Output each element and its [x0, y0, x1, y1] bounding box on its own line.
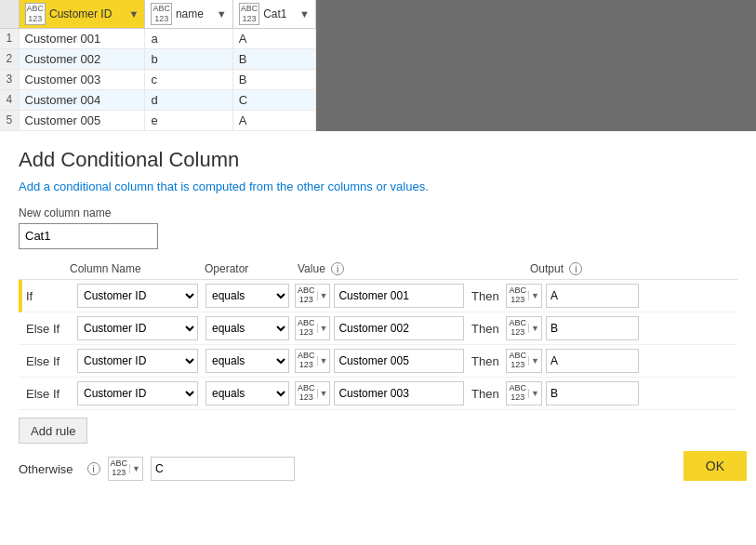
rule-row: If Customer ID Customer name Cat1 equals… — [19, 280, 737, 312]
header-operator: Operator — [205, 262, 298, 275]
customer-id-cell: Customer 003 — [19, 69, 145, 89]
rule-label-2: Else If — [26, 354, 77, 368]
type-icon-abc123: ABC123 — [25, 3, 46, 25]
col-header-name-label: name — [176, 7, 204, 20]
rules-container: If Customer ID Customer name Cat1 equals… — [19, 280, 737, 410]
dialog-footer: OK — [683, 451, 747, 481]
rules-section: Column Name Operator Value i Output i If… — [19, 262, 737, 411]
rule-label-1: Else If — [26, 322, 77, 336]
name-cell: a — [145, 28, 232, 48]
name-cell: c — [145, 69, 232, 89]
rule-col-select-0[interactable]: Customer ID Customer name Cat1 — [77, 284, 198, 308]
value-type-badge-0[interactable]: ABC123 ▼ — [295, 284, 330, 308]
col-header-customer-id-label: Customer ID — [49, 7, 112, 20]
otherwise-value-input[interactable] — [151, 457, 295, 481]
ok-label: OK — [706, 459, 724, 473]
dialog-subtitle: Add a conditional column that is compute… — [19, 179, 737, 193]
table-row: 1 Customer 001 a A — [0, 28, 316, 48]
rule-label-3: Else If — [26, 387, 77, 401]
col-name-field-label: New column name — [19, 206, 737, 219]
rule-value-input-3[interactable] — [334, 381, 464, 405]
rule-output-input-3[interactable] — [546, 381, 639, 405]
row-num-header — [0, 0, 19, 28]
table-row: 5 Customer 005 e A — [0, 110, 316, 130]
row-num-cell: 3 — [0, 69, 19, 89]
add-rule-button[interactable]: Add rule — [19, 418, 87, 444]
then-label-1: Then — [464, 322, 506, 336]
table-row: 2 Customer 002 b B — [0, 48, 316, 69]
otherwise-type-text: ABC123 — [109, 459, 130, 478]
rule-row: Else If Customer ID Customer name Cat1 e… — [19, 378, 737, 410]
rule-col-select-3[interactable]: Customer ID Customer name Cat1 — [77, 381, 198, 405]
then-label-2: Then — [464, 354, 506, 368]
rule-output-input-2[interactable] — [546, 349, 639, 373]
header-output: Output i — [530, 262, 670, 276]
table-row: 3 Customer 003 c B — [0, 69, 316, 89]
output-type-badge-3[interactable]: ABC123 ▼ — [506, 381, 541, 405]
data-preview-table: ABC123 Customer ID ▼ ABC123 name ▼ ABC12… — [0, 0, 316, 131]
rule-row: Else If Customer ID Customer name Cat1 e… — [19, 345, 737, 378]
output-area-3: ABC123 ▼ — [506, 381, 638, 405]
rule-output-input-0[interactable] — [546, 284, 639, 308]
output-type-badge-0[interactable]: ABC123 ▼ — [506, 284, 541, 308]
rule-col-select-2[interactable]: Customer ID Customer name Cat1 — [77, 349, 198, 373]
name-cell: b — [145, 48, 232, 69]
output-type-badge-1[interactable]: ABC123 ▼ — [506, 316, 541, 340]
customer-id-cell: Customer 005 — [19, 110, 145, 130]
filter-icon-cat1[interactable]: ▼ — [299, 8, 310, 20]
filter-icon-name[interactable]: ▼ — [217, 8, 227, 20]
otherwise-info-icon: i — [87, 462, 100, 475]
output-area-2: ABC123 ▼ — [506, 349, 638, 373]
rule-output-input-1[interactable] — [546, 316, 639, 340]
add-rule-label: Add rule — [31, 424, 75, 438]
otherwise-section: Otherwise i ABC123 ▼ — [19, 457, 737, 481]
ok-button[interactable]: OK — [683, 451, 747, 481]
value-type-badge-1[interactable]: ABC123 ▼ — [295, 316, 330, 340]
customer-id-cell: Customer 002 — [19, 48, 145, 69]
subtitle-pre: Add a conditional column that is compute… — [19, 179, 249, 193]
header-column-name: Column Name — [70, 262, 205, 275]
rules-header: Column Name Operator Value i Output i — [19, 262, 737, 281]
col-header-name[interactable]: ABC123 name ▼ — [145, 0, 232, 28]
output-type-badge-2[interactable]: ABC123 ▼ — [506, 349, 541, 373]
customer-id-cell: Customer 004 — [19, 89, 145, 110]
col-header-cat1[interactable]: ABC123 Cat1 ▼ — [232, 0, 315, 28]
rule-operator-select-3[interactable]: equals not equals begins with ends with … — [206, 381, 289, 405]
row-num-cell: 1 — [0, 28, 19, 48]
col-header-customer-id[interactable]: ABC123 Customer ID ▼ — [19, 0, 145, 28]
otherwise-type-badge[interactable]: ABC123 ▼ — [108, 457, 143, 481]
otherwise-type-arrow[interactable]: ▼ — [129, 464, 142, 473]
cat1-cell: A — [232, 110, 315, 130]
cat1-cell: A — [232, 28, 315, 48]
value-type-badge-3[interactable]: ABC123 ▼ — [295, 381, 330, 405]
rule-operator-select-1[interactable]: equals not equals begins with ends with … — [206, 316, 289, 340]
output-area-0: ABC123 ▼ — [506, 284, 638, 308]
col-header-cat1-label: Cat1 — [263, 7, 286, 20]
then-label-0: Then — [464, 289, 506, 303]
rule-operator-select-2[interactable]: equals not equals begins with ends with … — [206, 349, 289, 373]
subtitle-post: . — [425, 179, 429, 193]
value-type-badge-2[interactable]: ABC123 ▼ — [295, 349, 330, 373]
customer-id-cell: Customer 001 — [19, 28, 145, 48]
add-conditional-column-dialog: Add Conditional Column Add a conditional… — [0, 131, 756, 491]
then-label-3: Then — [464, 387, 506, 401]
col-name-input[interactable] — [19, 223, 158, 249]
row-num-cell: 5 — [0, 110, 19, 130]
rule-value-input-1[interactable] — [334, 316, 464, 340]
rule-row: Else If Customer ID Customer name Cat1 e… — [19, 312, 737, 345]
name-cell: d — [145, 89, 232, 110]
preview-table-area: ABC123 Customer ID ▼ ABC123 name ▼ ABC12… — [0, 0, 756, 131]
cat1-cell: B — [232, 69, 315, 89]
output-area-1: ABC123 ▼ — [506, 316, 638, 340]
filter-icon[interactable]: ▼ — [129, 8, 139, 20]
rule-value-input-2[interactable] — [334, 349, 464, 373]
output-info-icon: i — [569, 262, 582, 275]
rule-col-select-1[interactable]: Customer ID Customer name Cat1 — [77, 316, 198, 340]
rule-value-input-0[interactable] — [334, 284, 464, 308]
rule-operator-select-0[interactable]: equals not equals begins with ends with … — [206, 284, 289, 308]
value-info-icon: i — [331, 262, 344, 275]
row-num-cell: 4 — [0, 89, 19, 110]
rule-label-0: If — [26, 289, 77, 303]
name-cell: e — [145, 110, 232, 130]
subtitle-link: from the other columns or values — [249, 179, 425, 193]
